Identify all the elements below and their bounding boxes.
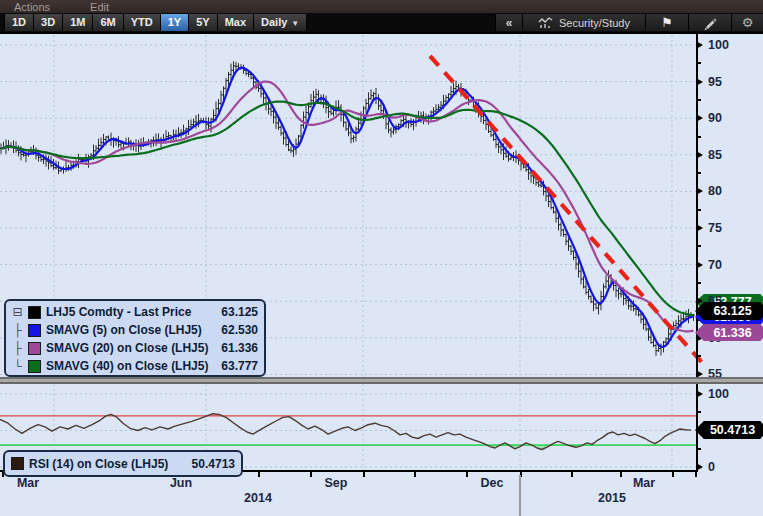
range-button-3d[interactable]: 3D xyxy=(34,14,63,31)
year-label-2014: 2014 xyxy=(236,491,280,505)
minor-tick xyxy=(697,448,701,450)
month-tick xyxy=(466,472,468,477)
legend-row-last-price[interactable]: ⊟ LHJ5 Comdty - Last Price 63.125 xyxy=(6,303,264,321)
minor-tick xyxy=(697,99,701,101)
legend-row-smavg40[interactable]: └ SMAVG (40) on Close (LHJ5) 63.777 xyxy=(6,357,264,375)
pencil-icon xyxy=(703,16,717,30)
month-label-sep-2014: Sep xyxy=(321,476,351,490)
legend-label: SMAVG (40) on Close (LHJ5) xyxy=(46,359,208,373)
axis-tick-label: 95 xyxy=(696,74,722,90)
minor-tick xyxy=(697,172,701,174)
panel-splitter[interactable] xyxy=(0,377,763,384)
legend-label: LHJ5 Comdty - Last Price xyxy=(46,305,191,319)
rsi-swatch xyxy=(11,457,24,470)
legend-label: SMAVG (20) on Close (LHJ5) xyxy=(46,341,208,355)
minor-tick xyxy=(697,136,701,138)
security-study-label: Security/Study xyxy=(559,17,630,29)
flag-button[interactable]: ⚑ xyxy=(645,14,688,31)
smavg5-swatch xyxy=(28,324,41,337)
rsi-value-badge: 50.4713 xyxy=(695,421,763,439)
chevron-down-icon: ▼ xyxy=(291,19,299,28)
year-label-2015: 2015 xyxy=(590,491,634,505)
range-button-6m[interactable]: 6M xyxy=(93,14,123,31)
collapse-panel-button[interactable]: « xyxy=(495,14,522,31)
month-tick xyxy=(620,472,622,477)
settings-button[interactable]: ⚙ xyxy=(731,14,763,31)
range-button-1y[interactable]: 1Y xyxy=(161,14,189,31)
legend-value: 50.4713 xyxy=(192,457,235,471)
month-tick xyxy=(258,472,260,477)
range-button-1m[interactable]: 1M xyxy=(63,14,93,31)
range-button-1d[interactable]: 1D xyxy=(4,14,34,31)
price-legend-box: ⊟ LHJ5 Comdty - Last Price 63.125 ├ SMAV… xyxy=(4,299,266,377)
month-tick xyxy=(414,472,416,477)
legend-row-rsi[interactable]: RSI (14) on Close (LHJ5) 50.4713 xyxy=(5,452,241,475)
security-study-button[interactable]: Security/Study xyxy=(522,14,645,31)
rsi-legend-box: RSI (14) on Close (LHJ5) 50.4713 xyxy=(3,450,243,477)
minor-tick xyxy=(697,411,701,413)
year-separator-line xyxy=(519,475,521,516)
legend-row-smavg5[interactable]: ├ SMAVG (5) on Close (LHJ5) 62.530 xyxy=(6,321,264,339)
month-tick xyxy=(310,472,312,477)
legend-label: SMAVG (5) on Close (LHJ5) xyxy=(46,323,202,337)
chart-top-border xyxy=(0,32,763,34)
tree-branch: ├ xyxy=(12,341,23,355)
smavg40-swatch xyxy=(28,360,41,373)
month-tick xyxy=(363,472,365,477)
period-label: Daily xyxy=(261,16,287,28)
annotate-button[interactable] xyxy=(688,14,731,31)
legend-value: 63.125 xyxy=(221,305,258,319)
axis-tick-label: 0 xyxy=(696,459,715,475)
minor-tick xyxy=(697,209,701,211)
legend-value: 61.336 xyxy=(221,341,258,355)
tree-branch: ├ xyxy=(12,323,23,337)
legend-row-smavg20[interactable]: ├ SMAVG (20) on Close (LHJ5) 61.336 xyxy=(6,339,264,357)
tree-branch: └ xyxy=(12,359,23,373)
axis-tick-label: 75 xyxy=(696,220,722,236)
mini-chart-icon xyxy=(538,16,554,29)
range-button-max[interactable]: Max xyxy=(218,14,254,31)
last-price-swatch xyxy=(28,306,41,319)
legend-value: 63.777 xyxy=(221,359,258,373)
minor-tick xyxy=(697,62,701,64)
legend-collapse-icon[interactable]: ⊟ xyxy=(12,305,23,319)
month-tick xyxy=(672,472,674,477)
axis-tick-label: 100 xyxy=(696,37,729,53)
month-label-mar-2014: Mar xyxy=(13,476,43,490)
axis-tick-label: 80 xyxy=(696,183,722,199)
chart-toolbar: 1D 3D 1M 6M YTD 1Y 5Y Max Daily▼ « Secur… xyxy=(0,13,763,32)
bloomberg-chart-window: Actions Edit 1D 3D 1M 6M YTD 1Y 5Y Max D… xyxy=(0,0,763,516)
period-dropdown[interactable]: Daily▼ xyxy=(254,14,307,31)
chart-region: 100959085807570656055 1000 Mar Jun Sep D… xyxy=(0,32,763,516)
month-label-dec-2014: Dec xyxy=(477,476,507,490)
menu-bar: Actions Edit xyxy=(0,0,763,13)
month-tick xyxy=(571,472,573,477)
flag-icon: ⚑ xyxy=(661,15,673,30)
month-label-mar-2015: Mar xyxy=(629,476,659,490)
axis-tick-label: 70 xyxy=(696,257,722,273)
axis-tick-label: 90 xyxy=(696,110,722,126)
range-button-ytd[interactable]: YTD xyxy=(124,14,161,31)
legend-value: 62.530 xyxy=(221,323,258,337)
menu-actions[interactable]: Actions xyxy=(8,1,56,13)
minor-tick xyxy=(697,245,701,247)
price-badge-smavg20: 61.336 xyxy=(695,324,763,341)
gear-icon: ⚙ xyxy=(742,15,754,30)
price-badge-last: 63.125 xyxy=(695,302,763,320)
legend-label: RSI (14) on Close (LHJ5) xyxy=(29,457,168,471)
smavg20-swatch xyxy=(28,342,41,355)
axis-tick-label: 100 xyxy=(696,386,729,402)
minor-tick xyxy=(697,355,701,357)
axis-tick-label: 85 xyxy=(696,147,722,163)
menu-edit[interactable]: Edit xyxy=(84,1,115,13)
toolbar-right-group: « Security/Study ⚑ ⚙ xyxy=(495,13,763,32)
range-button-5y[interactable]: 5Y xyxy=(189,14,217,31)
month-label-jun-2014: Jun xyxy=(166,476,196,490)
minor-tick xyxy=(697,282,701,284)
